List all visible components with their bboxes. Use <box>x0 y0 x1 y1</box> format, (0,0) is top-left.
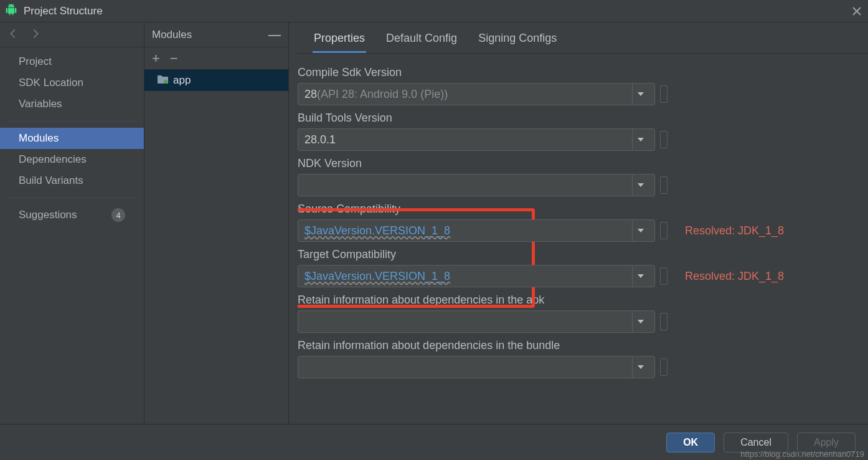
retain-apk-combo[interactable] <box>298 310 655 333</box>
modules-title: Modules <box>152 29 192 41</box>
sidebar-item-sdk-location[interactable]: SDK Location <box>0 72 144 93</box>
combo-value: 28.0.1 <box>304 133 336 146</box>
chevron-down-icon <box>632 220 648 241</box>
footer: OK Cancel Apply https://blog.csdn.net/ch… <box>0 424 868 460</box>
back-icon[interactable] <box>6 27 20 43</box>
sidebar-label: SDK Location <box>19 77 83 89</box>
sidebar-separator <box>9 121 135 122</box>
tab-label: Properties <box>314 32 365 44</box>
retain-bundle-combo[interactable] <box>298 356 655 378</box>
target-compat-combo[interactable]: $JavaVersion.VERSION_1_8 <box>298 265 655 287</box>
modules-list: app <box>144 70 288 424</box>
sidebar-separator <box>9 198 135 198</box>
sidebar-label: Suggestions <box>19 209 77 221</box>
dialog-window: Project Structure Project SDK Location V… <box>0 0 868 460</box>
form-area: Compile Sdk Version 28 (API 28: Android … <box>298 54 868 424</box>
sidebar-item-project[interactable]: Project <box>0 51 144 72</box>
chevron-down-icon <box>632 175 648 196</box>
field-side-button[interactable] <box>660 313 668 330</box>
suggestions-badge: 4 <box>111 208 125 222</box>
field-label: Source Compatibility <box>298 203 853 216</box>
folder-icon <box>157 74 168 87</box>
field-ndk: NDK Version <box>298 157 853 196</box>
sidebar-item-variables[interactable]: Variables <box>0 93 144 115</box>
field-retain-apk: Retain information about dependencies in… <box>298 294 853 333</box>
field-label: Retain information about dependencies in… <box>298 294 853 307</box>
nav-arrows <box>0 22 144 47</box>
field-compile-sdk: Compile Sdk Version 28 (API 28: Android … <box>298 66 853 105</box>
sidebar-item-dependencies[interactable]: Dependencies <box>0 149 144 170</box>
button-label: OK <box>683 437 698 448</box>
tabs: Properties Default Config Signing Config… <box>298 22 868 54</box>
resolved-text: Resolved: JDK_1_8 <box>685 224 784 237</box>
svg-point-2 <box>164 80 167 84</box>
sidebar-label: Dependencies <box>19 153 87 166</box>
source-compat-combo[interactable]: $JavaVersion.VERSION_1_8 <box>298 219 655 242</box>
chevron-down-icon <box>632 311 648 332</box>
chevron-down-icon <box>632 266 648 287</box>
field-side-button[interactable] <box>660 222 668 239</box>
sidebar-item-suggestions[interactable]: Suggestions 4 <box>0 204 144 226</box>
compile-sdk-combo[interactable]: 28 (API 28: Android 9.0 (Pie)) <box>298 83 655 105</box>
titlebar: Project Structure <box>0 0 868 22</box>
field-side-button[interactable] <box>660 358 668 376</box>
modules-toolbar: + − <box>144 47 288 70</box>
content: Properties Default Config Signing Config… <box>289 22 868 424</box>
close-icon[interactable] <box>851 5 863 17</box>
sidebar: Project SDK Location Variables Modules D… <box>0 22 144 424</box>
dialog-body: Project SDK Location Variables Modules D… <box>0 22 868 424</box>
field-target-compat: Target Compatibility $JavaVersion.VERSIO… <box>298 248 853 287</box>
field-label: Target Compatibility <box>298 248 853 261</box>
tab-label: Signing Configs <box>478 32 557 44</box>
field-side-button[interactable] <box>660 85 668 103</box>
sidebar-label: Modules <box>19 132 59 145</box>
chevron-down-icon <box>632 357 648 378</box>
forward-icon[interactable] <box>29 27 42 43</box>
module-name: app <box>173 74 191 87</box>
field-source-compat: Source Compatibility $JavaVersion.VERSIO… <box>298 203 853 242</box>
tab-default-config[interactable]: Default Config <box>385 26 458 53</box>
ok-button[interactable]: OK <box>666 433 715 453</box>
combo-value: 28 <box>304 88 317 101</box>
sidebar-list: Project SDK Location Variables Modules D… <box>0 47 144 226</box>
tab-label: Default Config <box>386 32 457 44</box>
field-build-tools: Build Tools Version 28.0.1 <box>298 112 853 151</box>
field-label: Compile Sdk Version <box>298 66 853 79</box>
build-tools-combo[interactable]: 28.0.1 <box>298 128 655 151</box>
field-label: Build Tools Version <box>298 112 853 125</box>
combo-value: $JavaVersion.VERSION_1_8 <box>304 224 450 237</box>
modules-header: Modules — <box>144 22 288 47</box>
sidebar-label: Build Variants <box>19 175 83 187</box>
field-side-button[interactable] <box>660 131 668 148</box>
add-module-icon[interactable]: + <box>152 52 160 65</box>
field-side-button[interactable] <box>660 176 668 194</box>
resolved-text: Resolved: JDK_1_8 <box>685 270 784 283</box>
button-label: Cancel <box>740 437 771 448</box>
field-side-button[interactable] <box>660 267 668 285</box>
module-item-app[interactable]: app <box>144 70 288 91</box>
sidebar-item-modules[interactable]: Modules <box>0 128 144 149</box>
minimize-icon[interactable]: — <box>268 27 281 42</box>
sidebar-item-build-variants[interactable]: Build Variants <box>0 170 144 191</box>
chevron-down-icon <box>632 84 648 105</box>
sidebar-label: Project <box>19 55 52 68</box>
remove-module-icon[interactable]: − <box>170 52 178 65</box>
ndk-combo[interactable] <box>298 174 655 196</box>
tab-properties[interactable]: Properties <box>313 26 366 53</box>
watermark: https://blog.csdn.net/chenhan0719 <box>740 449 864 459</box>
modules-panel: Modules — + − app <box>144 22 289 424</box>
combo-hint: (API 28: Android 9.0 (Pie)) <box>317 88 448 101</box>
combo-value: $JavaVersion.VERSION_1_8 <box>304 270 450 283</box>
android-icon <box>5 4 17 19</box>
sidebar-label: Variables <box>19 98 62 110</box>
field-label: Retain information about dependencies in… <box>298 339 853 352</box>
button-label: Apply <box>814 437 839 448</box>
field-retain-bundle: Retain information about dependencies in… <box>298 339 853 378</box>
chevron-down-icon <box>632 129 648 150</box>
dialog-title: Project Structure <box>24 5 103 17</box>
field-label: NDK Version <box>298 157 853 170</box>
tab-signing-configs[interactable]: Signing Configs <box>477 26 558 53</box>
